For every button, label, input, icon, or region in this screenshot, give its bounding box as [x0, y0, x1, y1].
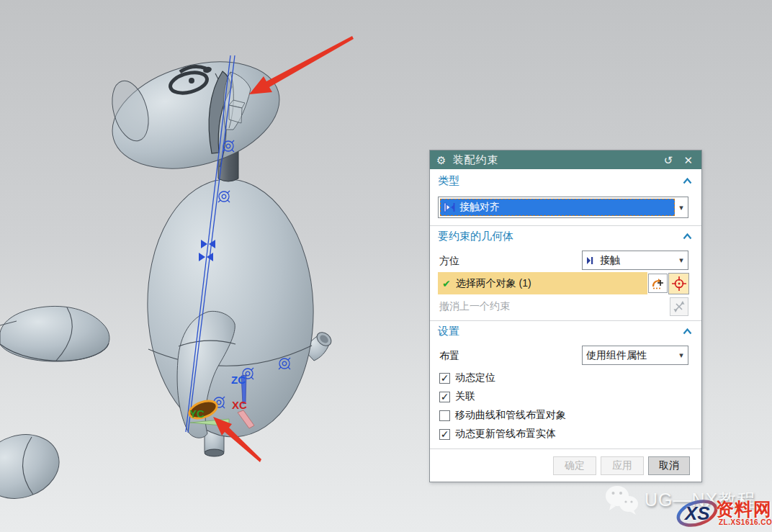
- undo-constraint-icon: [673, 300, 686, 313]
- dropdown-arrow-icon[interactable]: ▾: [675, 351, 688, 360]
- wechat-icon: [605, 484, 639, 515]
- reset-icon[interactable]: ↺: [662, 155, 676, 166]
- ok-button[interactable]: 确定: [553, 456, 596, 475]
- collapse-chevron-icon[interactable]: [683, 178, 692, 184]
- arrangement-label: 布置: [439, 350, 459, 363]
- close-icon[interactable]: ✕: [681, 155, 695, 166]
- touch-icon: [586, 256, 596, 265]
- dialog-titlebar[interactable]: ⚙ 装配约束 ↺ ✕: [430, 150, 701, 169]
- snap-point-button[interactable]: [668, 273, 689, 294]
- xc-axis-label: XC: [232, 399, 247, 411]
- constraint-type-selected[interactable]: 接触对齐: [440, 199, 675, 216]
- orientation-label: 方位: [439, 255, 459, 268]
- apply-button[interactable]: 应用: [601, 456, 644, 475]
- left-foot-part[interactable]: [0, 306, 109, 361]
- section-header-geometry[interactable]: 要约束的几何体: [438, 230, 692, 243]
- checkbox-dynamic-update[interactable]: ✓ 动态更新管线布置实体: [439, 426, 556, 442]
- undo-constraint-button[interactable]: [670, 297, 688, 316]
- selected-check-icon: ✔: [442, 278, 451, 289]
- point-dialog-button[interactable]: [648, 274, 668, 293]
- site-url: ZL.XS1616.COM: [719, 518, 772, 526]
- dialog-title: 装配约束: [452, 153, 655, 167]
- annotation-arrow-ear: [249, 36, 354, 94]
- collapse-chevron-icon[interactable]: [683, 233, 692, 240]
- left-ear-part[interactable]: [0, 425, 68, 508]
- section-separator: [430, 225, 701, 226]
- checkbox-associative[interactable]: ✓ 关联: [439, 389, 475, 405]
- select-objects-label: 选择两个对象 (1): [456, 277, 531, 290]
- xs-logo-text: XS: [683, 502, 710, 524]
- cancel-button[interactable]: 取消: [648, 456, 690, 475]
- site-logo: XS 资料网 ZL.XS1616.COM: [676, 494, 772, 532]
- constraint-type-combo[interactable]: 接触对齐 ▾: [438, 197, 688, 218]
- yc-axis-label: YC: [189, 407, 205, 420]
- assembly-constraints-dialog: ⚙ 装配约束 ↺ ✕ 类型 接触对齐 ▾ 要约束的几何体: [429, 150, 702, 482]
- checkbox-move-curves[interactable]: 移动曲线和管线布置对象: [439, 407, 566, 423]
- checkbox-icon[interactable]: ✓: [439, 392, 450, 402]
- collapse-chevron-icon[interactable]: [683, 328, 692, 335]
- orientation-combo[interactable]: 接触 ▾: [582, 251, 688, 270]
- checkbox-icon[interactable]: ✓: [439, 429, 450, 440]
- touch-align-icon: [444, 202, 456, 212]
- xs-swoosh-icon: XS: [676, 494, 720, 532]
- zc-axis-label: ZC: [231, 374, 246, 386]
- section-separator: [430, 320, 701, 321]
- checkbox-dynamic-positioning[interactable]: ✓ 动态定位: [439, 370, 495, 386]
- section-header-settings[interactable]: 设置: [438, 325, 692, 338]
- dropdown-arrow-icon[interactable]: ▾: [675, 256, 688, 265]
- body-part[interactable]: [143, 176, 318, 440]
- gear-icon: ⚙: [436, 155, 446, 166]
- point-constructor-icon: [651, 277, 665, 290]
- footer-separator: [430, 448, 701, 449]
- checkbox-icon[interactable]: [439, 410, 450, 421]
- snap-point-crosshair-icon: [671, 276, 687, 292]
- select-objects-row[interactable]: ✔ 选择两个对象 (1): [438, 272, 647, 294]
- arrangement-combo[interactable]: 使用组件属性 ▾: [582, 346, 688, 365]
- undo-constraint-label: 撤消上一个约束: [439, 300, 510, 313]
- dropdown-arrow-icon[interactable]: ▾: [675, 203, 688, 212]
- checkbox-icon[interactable]: ✓: [439, 373, 450, 384]
- nx-application-window: ZC XC YC ⚙ 装配约束 ↺ ✕ 类型: [0, 0, 772, 532]
- section-header-type[interactable]: 类型: [438, 174, 692, 188]
